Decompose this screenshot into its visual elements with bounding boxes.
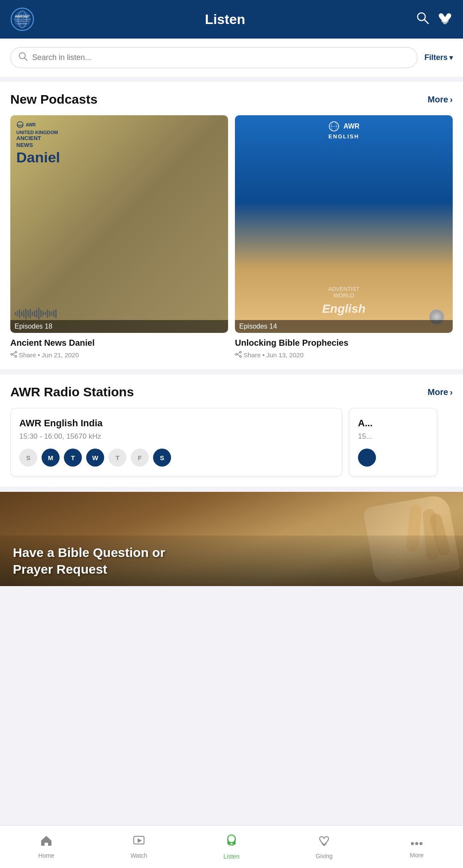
nav-item-watch[interactable]: Watch (93, 826, 185, 868)
nav-item-giving[interactable]: Giving (278, 826, 370, 868)
day-tuesday[interactable]: T (64, 449, 82, 467)
page-title: Listen (34, 12, 416, 27)
adventist-world-text: ADVENTIST WORLD (235, 286, 453, 299)
bottom-nav: Home Watch Listen (0, 825, 463, 868)
day-monday[interactable]: M (42, 449, 60, 467)
podcast-card-daniel[interactable]: AWR AWR UNITED KINGDOM ANCIENT NEWS Dani… (10, 115, 228, 359)
nav-item-more[interactable]: More (370, 826, 463, 868)
giving-icon (317, 834, 331, 850)
new-podcasts-more-link[interactable]: More › (428, 95, 453, 105)
english-big-text: English (235, 302, 453, 316)
bible-banner-text: Have a Bible Question or Prayer Request (13, 544, 450, 578)
radio-stations-title: AWR Radio Stations (10, 385, 134, 399)
radio-stations-more-link[interactable]: More › (428, 387, 453, 397)
radio-stations-section: AWR Radio Stations More › AWR English In… (0, 374, 463, 487)
chevron-down-icon: ▾ (449, 54, 453, 62)
nav-item-listen[interactable]: Listen (185, 826, 278, 868)
svg-line-10 (424, 20, 428, 24)
svg-text:AWR360°: AWR360° (15, 15, 30, 18)
search-section: Filters ▾ (0, 39, 463, 77)
awr-english-logo: AWR (328, 121, 359, 132)
svg-point-23 (240, 351, 241, 353)
podcast-name-daniel: Ancient News Daniel (10, 337, 228, 348)
chevron-right-icon-radio: › (450, 387, 453, 397)
bible-question-banner[interactable]: Have a Bible Question or Prayer Request (0, 492, 463, 586)
svg-point-30 (228, 835, 235, 843)
share-icon-daniel[interactable] (10, 351, 17, 359)
svg-text:AWR: AWR (17, 124, 24, 127)
svg-text:BROADCAST TO: BROADCAST TO (15, 20, 29, 22)
day-sunday[interactable]: S (19, 449, 37, 467)
svg-point-17 (11, 353, 12, 355)
search-icon[interactable] (416, 11, 430, 28)
days-row: S M T W T F S (19, 449, 333, 467)
nav-label-home: Home (38, 852, 54, 859)
giving-heart-icon[interactable] (437, 11, 453, 28)
podcast-meta-daniel: Share • Jun 21, 2020 (10, 351, 228, 359)
bible-banner-overlay: Have a Bible Question or Prayer Request (0, 536, 463, 586)
search-input[interactable] (32, 53, 409, 62)
radio-station-time: 15:30 - 16:00, 15670 kHz (19, 432, 333, 441)
watch-icon (132, 835, 145, 850)
episodes-badge-daniel: Episodes 18 (10, 320, 228, 333)
radio-station-name-partial: A... (358, 418, 428, 429)
nav-label-more: More (410, 852, 424, 859)
svg-point-25 (235, 353, 237, 355)
nav-item-home[interactable]: Home (0, 826, 93, 868)
svg-line-19 (12, 354, 15, 356)
search-bar[interactable] (10, 47, 418, 68)
app-header: AWR360° BROADCAST TO BAPTISM Listen (0, 0, 463, 39)
chevron-right-icon: › (450, 95, 453, 105)
day-saturday[interactable]: S (153, 449, 171, 467)
more-icon (410, 835, 423, 849)
svg-rect-33 (230, 844, 233, 846)
nav-label-giving: Giving (316, 853, 333, 859)
svg-line-26 (237, 353, 240, 354)
english-label: ENGLISH (328, 133, 359, 140)
svg-point-35 (415, 842, 418, 845)
radio-station-time-partial: 15... (358, 432, 428, 441)
home-icon (40, 835, 53, 850)
daniel-awr-badge: AWR AWR (16, 121, 36, 128)
svg-point-24 (240, 356, 241, 357)
svg-line-27 (237, 354, 240, 356)
podcast-name-english: Unlocking Bible Prophecies (235, 337, 453, 348)
radio-cards-row: AWR English India 15:30 - 16:00, 15670 k… (10, 408, 453, 487)
day-thursday[interactable]: T (108, 449, 126, 467)
radio-card-partial[interactable]: A... 15... (349, 408, 437, 476)
svg-point-34 (411, 842, 414, 845)
svg-line-18 (12, 353, 15, 354)
filters-button[interactable]: Filters ▾ (424, 53, 453, 62)
search-bar-icon (18, 52, 28, 63)
radio-station-name: AWR English India (19, 418, 333, 429)
episodes-badge-english: Episodes 14 (235, 320, 453, 333)
listen-icon (224, 834, 239, 850)
day-partial (358, 449, 376, 467)
share-icon-english[interactable] (235, 351, 242, 359)
svg-point-36 (420, 842, 423, 845)
svg-point-32 (232, 842, 236, 844)
svg-point-16 (15, 356, 17, 357)
svg-point-15 (15, 351, 17, 353)
radio-card-india[interactable]: AWR English India 15:30 - 16:00, 15670 k… (10, 408, 342, 476)
day-wednesday[interactable]: W (86, 449, 104, 467)
nav-label-watch: Watch (130, 852, 147, 859)
logo-area: AWR360° BROADCAST TO BAPTISM (10, 7, 34, 31)
waveform-visual (15, 307, 224, 320)
podcast-card-english[interactable]: AWR ENGLISH ADVENTIST WORLD English Epis… (235, 115, 453, 359)
radio-stations-header: AWR Radio Stations More › (10, 385, 453, 399)
day-friday[interactable]: F (131, 449, 149, 467)
svg-text:BAPTISM: BAPTISM (18, 23, 26, 25)
podcast-thumbnail-english: AWR ENGLISH ADVENTIST WORLD English Epis… (235, 115, 453, 333)
podcasts-row: AWR AWR UNITED KINGDOM ANCIENT NEWS Dani… (10, 115, 453, 369)
new-podcasts-title: New Podcasts (10, 92, 97, 107)
podcast-meta-english: Share • Jun 13, 2020 (235, 351, 453, 359)
nav-label-listen: Listen (223, 853, 239, 860)
days-row-partial (358, 449, 428, 467)
new-podcasts-section: New Podcasts More › AWR AWR (0, 82, 463, 369)
new-podcasts-header: New Podcasts More › (10, 92, 453, 107)
awr-logo-icon: AWR360° BROADCAST TO BAPTISM (10, 7, 34, 31)
svg-point-31 (227, 842, 231, 844)
svg-line-12 (24, 58, 27, 60)
podcast-thumbnail-daniel: AWR AWR UNITED KINGDOM ANCIENT NEWS Dani… (10, 115, 228, 333)
